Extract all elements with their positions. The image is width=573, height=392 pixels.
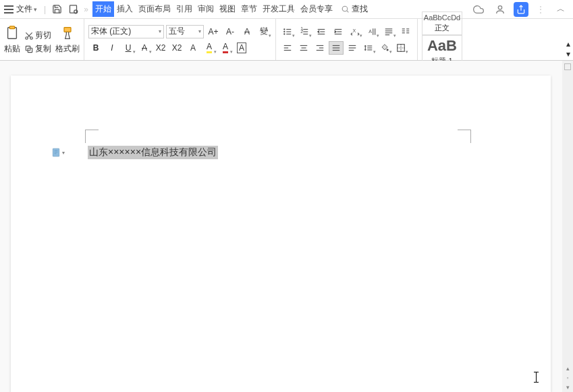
vertical-scrollbar[interactable]: ▴ ◦ ▾ — [562, 61, 573, 392]
paste-button[interactable]: 粘贴 — [4, 24, 20, 55]
selected-text[interactable]: 山东××××××信息科技有限公司 — [88, 146, 218, 159]
document-page[interactable]: ▾ 山东××××××信息科技有限公司 — [11, 76, 551, 392]
scrollbar-top-button[interactable] — [564, 63, 571, 70]
tab-section[interactable]: 章节 — [238, 1, 260, 17]
svg-text:A: A — [369, 28, 372, 33]
user-icon[interactable] — [494, 3, 506, 16]
ribbon-tabs: 开始 插入 页面布局 引用 审阅 视图 章节 开发工具 会员专享 — [92, 1, 335, 17]
print-preview-icon[interactable] — [67, 3, 79, 16]
font-size-combo[interactable]: 五号▾ — [166, 25, 204, 38]
search-icon — [341, 5, 350, 13]
font-size-value: 五号 — [169, 26, 185, 37]
save-icon[interactable] — [51, 3, 63, 16]
tab-home[interactable]: 开始 — [92, 1, 114, 17]
bullet-list-button[interactable]: ▾ — [280, 25, 295, 38]
italic-button[interactable]: I — [105, 41, 119, 55]
font-name-value: 宋体 (正文) — [91, 26, 131, 37]
menu-right: ⋮ ︿ — [470, 2, 569, 17]
svg-line-3 — [346, 11, 348, 13]
bold-button[interactable]: B — [88, 41, 103, 55]
format-painter-button[interactable]: 格式刷 — [55, 24, 80, 55]
paste-label: 粘贴 — [4, 43, 20, 55]
font-color-button[interactable]: A▾ — [218, 41, 233, 55]
brush-icon — [61, 24, 74, 42]
styles-group: AaBbCcDd 正文 AaB 标题 1 ▴▾ — [418, 19, 466, 60]
shrink-font-button[interactable]: A- — [223, 25, 238, 38]
grow-font-button[interactable]: A+ — [206, 25, 221, 38]
tab-review[interactable]: 审阅 — [195, 1, 217, 17]
asian-layout-button[interactable]: ▾ — [381, 25, 396, 38]
align-left-button[interactable] — [280, 41, 295, 55]
tab-layout[interactable]: 页面布局 — [136, 1, 173, 17]
font-group: 宋体 (正文)▾ 五号▾ A+ A- A 變▾ B I U▾ A▾ X2 X2 … — [84, 19, 276, 60]
svg-rect-0 — [70, 5, 76, 13]
clipboard-group: 粘贴 剪切 复制 格式刷 — [0, 19, 84, 60]
svg-point-64 — [387, 49, 388, 50]
scroll-marker-icon[interactable]: ◦ — [566, 374, 568, 381]
svg-point-17 — [284, 33, 285, 34]
font-name-combo[interactable]: 宋体 (正文)▾ — [88, 25, 164, 38]
tab-member[interactable]: 会员专享 — [298, 1, 335, 17]
align-right-button[interactable] — [312, 41, 327, 55]
style-h1-preview: AaB — [427, 37, 457, 55]
chevron-down-icon: ▾ — [62, 150, 65, 156]
search-placeholder: 查找 — [352, 3, 368, 15]
columns-button[interactable] — [398, 25, 413, 38]
svg-rect-14 — [64, 28, 71, 32]
style-normal[interactable]: AaBbCcDd 正文 — [422, 11, 462, 35]
svg-point-15 — [284, 28, 285, 29]
separator: » — [84, 5, 88, 14]
collapse-ribbon-icon[interactable]: ︿ — [555, 3, 567, 16]
tab-reference[interactable]: 引用 — [173, 1, 195, 17]
tab-insert[interactable]: 插入 — [114, 1, 136, 17]
text-cursor — [536, 372, 537, 383]
styles-scroll[interactable]: ▴▾ — [566, 39, 570, 59]
char-scale-button[interactable]: X▾ — [348, 25, 362, 38]
paragraph-group: ▾ 12▾ X▾ A▾ ▾ ▾ ▾ ▾ — [276, 19, 418, 60]
svg-text:X: X — [353, 28, 356, 33]
document-canvas: ▾ 山东××××××信息科技有限公司 — [0, 61, 573, 392]
indent-decrease-button[interactable] — [314, 25, 329, 38]
scroll-up-icon[interactable]: ▴ — [566, 365, 570, 372]
underline-button[interactable]: U▾ — [121, 41, 136, 55]
align-distribute-button[interactable] — [345, 41, 360, 55]
indent-increase-button[interactable] — [331, 25, 346, 38]
separator: ⋮ — [537, 5, 545, 14]
svg-text:2: 2 — [300, 29, 303, 34]
brush-label: 格式刷 — [55, 43, 80, 55]
subscript-button[interactable]: X2 — [169, 41, 184, 55]
copy-button[interactable]: 复制 — [24, 43, 51, 55]
number-list-button[interactable]: 12▾ — [297, 25, 312, 38]
paragraph-options-icon[interactable]: ▾ — [51, 147, 65, 158]
share-button[interactable] — [514, 2, 528, 17]
highlight-button[interactable]: A▾ — [202, 41, 217, 55]
paste-icon — [5, 24, 20, 42]
cloud-icon[interactable] — [472, 3, 485, 16]
menu-bar: 文件 ▾ | » 开始 插入 页面布局 引用 审阅 视图 章节 开发工具 会员专… — [0, 0, 573, 19]
phonetic-button[interactable]: 變▾ — [256, 25, 271, 38]
file-menu[interactable]: 文件 ▾ — [4, 3, 37, 15]
shading-button[interactable]: ▾ — [377, 41, 392, 55]
align-center-button[interactable] — [296, 41, 311, 55]
char-fit-button[interactable]: A▾ — [364, 25, 379, 38]
align-justify-button[interactable] — [329, 41, 344, 55]
superscript-button[interactable]: X2 — [153, 41, 168, 55]
tab-dev[interactable]: 开发工具 — [260, 1, 298, 17]
chevron-down-icon: ▾ — [198, 28, 201, 34]
tab-view[interactable]: 视图 — [217, 1, 238, 17]
search-box[interactable]: 查找 — [341, 3, 368, 15]
scroll-down-icon[interactable]: ▾ — [566, 384, 570, 391]
hamburger-icon — [4, 5, 13, 13]
border-button[interactable]: ▾ — [393, 41, 408, 55]
copy-icon — [24, 45, 34, 54]
cut-button[interactable]: 剪切 — [24, 30, 51, 41]
change-case-button[interactable]: A — [186, 41, 200, 55]
char-border-button[interactable]: A — [234, 41, 249, 55]
strikethrough-button[interactable]: A▾ — [137, 41, 152, 55]
margin-corner-tl — [85, 130, 99, 143]
cut-icon — [24, 31, 34, 40]
line-spacing-button[interactable]: ▾ — [361, 41, 376, 55]
clear-format-button[interactable]: A — [240, 25, 254, 38]
margin-corner-tr — [458, 130, 471, 143]
svg-point-4 — [498, 5, 501, 9]
